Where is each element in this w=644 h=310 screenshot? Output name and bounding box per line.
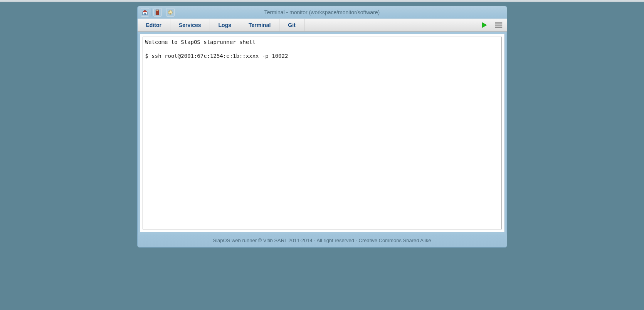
title-icon-divider2 — [164, 8, 164, 16]
home-icon[interactable] — [141, 8, 149, 17]
svg-rect-7 — [495, 27, 502, 28]
page-top-strip — [0, 0, 644, 2]
terminal-line-3: $ ssh root@2001:67c:1254:e:1b::xxxx -p 1… — [145, 53, 288, 59]
face-icon[interactable] — [166, 8, 175, 17]
app-window: Terminal - monitor (workspace/monitor/so… — [137, 6, 507, 248]
play-button[interactable] — [478, 20, 490, 30]
book-icon[interactable] — [153, 8, 162, 17]
tab-terminal[interactable]: Terminal — [240, 19, 279, 31]
title-icon-divider — [151, 8, 151, 16]
tab-git[interactable]: Git — [279, 19, 304, 31]
terminal-line-1: Welcome to SlapOS slaprunner shell — [145, 39, 256, 45]
tabbar-right-controls — [478, 19, 504, 31]
content-area: Welcome to SlapOS slaprunner shell $ ssh… — [140, 34, 504, 232]
svg-rect-5 — [495, 22, 502, 24]
svg-rect-6 — [495, 25, 502, 26]
svg-point-3 — [169, 12, 170, 12]
tab-editor[interactable]: Editor — [138, 19, 170, 31]
tab-services[interactable]: Services — [170, 19, 210, 31]
terminal-output[interactable]: Welcome to SlapOS slaprunner shell $ ssh… — [143, 37, 502, 229]
svg-point-4 — [171, 12, 172, 12]
title-icon-group — [141, 8, 175, 17]
hamburger-menu-icon[interactable] — [493, 20, 504, 30]
footer-text: SlapOS web runner © Vifib SARL 2011-2014… — [138, 234, 507, 247]
tab-bar: Editor Services Logs Terminal Git — [138, 19, 507, 32]
tab-logs[interactable]: Logs — [210, 19, 240, 31]
window-title: Terminal - monitor (workspace/monitor/so… — [264, 9, 380, 15]
svg-rect-1 — [156, 10, 158, 11]
svg-point-2 — [168, 10, 172, 15]
titlebar: Terminal - monitor (workspace/monitor/so… — [138, 6, 507, 19]
